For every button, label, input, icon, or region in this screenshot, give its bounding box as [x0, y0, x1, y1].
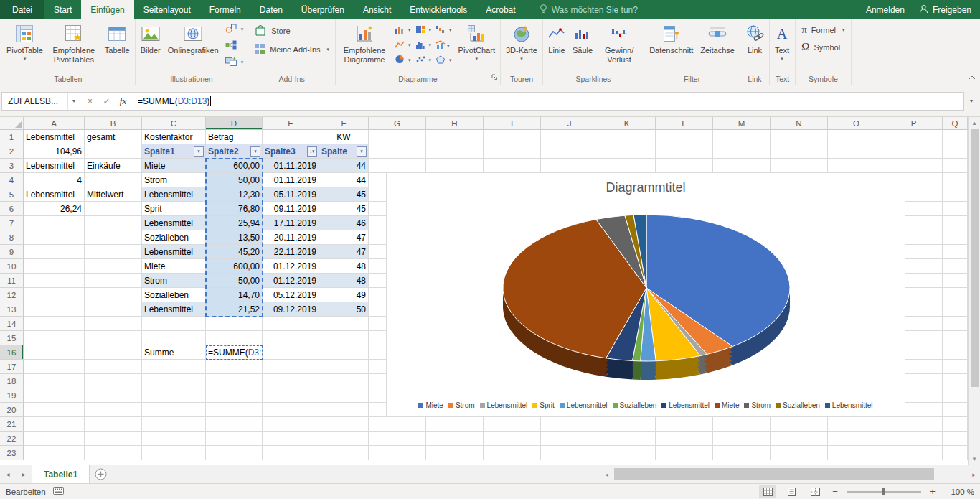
row-header-15[interactable]: 15: [0, 331, 24, 345]
cell-B21[interactable]: [85, 417, 142, 432]
cell-Q23[interactable]: [943, 446, 968, 460]
cell-B15[interactable]: [85, 331, 142, 345]
cell-B12[interactable]: [85, 288, 142, 302]
cell-M2[interactable]: [713, 144, 771, 159]
cell-Q18[interactable]: [943, 374, 968, 388]
cell-L21[interactable]: [656, 417, 713, 432]
cell-D20[interactable]: [206, 403, 263, 417]
cell-A2[interactable]: 104,96: [24, 144, 85, 159]
cell-B8[interactable]: [85, 230, 142, 245]
cell-C2[interactable]: Spalte1▾: [142, 144, 206, 159]
table-button[interactable]: Tabelle: [101, 20, 133, 74]
insert-waterfall-chart-button[interactable]: ▾: [435, 24, 453, 37]
cell-N23[interactable]: [771, 446, 828, 460]
screenshot-button[interactable]: ▾: [223, 55, 246, 70]
cell-E14[interactable]: [263, 317, 319, 331]
cell-Q15[interactable]: [943, 331, 968, 345]
cell-H2[interactable]: [426, 144, 484, 159]
cell-F5[interactable]: 45: [319, 187, 369, 202]
cell-C21[interactable]: [142, 417, 206, 432]
filter-dropdown-D2[interactable]: ▾: [250, 146, 260, 157]
cell-A12[interactable]: [24, 288, 85, 302]
cell-F4[interactable]: 44: [319, 173, 369, 187]
insert-scatter-chart-button[interactable]: ▾: [415, 54, 433, 67]
cell-B4[interactable]: [85, 173, 142, 187]
cell-E4[interactable]: 01.11.2019: [263, 173, 319, 187]
cell-N1[interactable]: [771, 130, 828, 144]
cell-K21[interactable]: [598, 417, 656, 432]
cell-M1[interactable]: [713, 130, 771, 144]
cell-A10[interactable]: [24, 259, 85, 274]
online-pictures-button[interactable]: Onlinegrafiken: [164, 20, 222, 74]
cell-Q20[interactable]: [943, 403, 968, 417]
cell-H1[interactable]: [426, 130, 484, 144]
cell-P1[interactable]: [885, 130, 943, 144]
cell-I21[interactable]: [484, 417, 541, 432]
cell-F9[interactable]: 47: [319, 245, 369, 259]
slicer-button[interactable]: Datenschnitt: [646, 20, 697, 74]
scroll-left-icon[interactable]: ◂: [600, 471, 613, 478]
insert-hierarchy-chart-button[interactable]: ▾: [415, 24, 433, 37]
row-header-13[interactable]: 13: [0, 302, 24, 317]
normal-view-button[interactable]: [759, 485, 776, 498]
cell-J22[interactable]: [541, 432, 598, 446]
legend-item-1-miete[interactable]: Miete: [418, 401, 443, 409]
cell-C4[interactable]: Strom: [142, 173, 206, 187]
column-header-M[interactable]: M: [713, 117, 771, 130]
cell-D9[interactable]: 45,20: [206, 245, 263, 259]
cell-A6[interactable]: 26,24: [24, 202, 85, 216]
row-header-22[interactable]: 22: [0, 432, 24, 446]
row-header-9[interactable]: 9: [0, 245, 24, 259]
cell-D13[interactable]: 21,52: [206, 302, 263, 317]
text-button[interactable]: A Text▾: [771, 20, 793, 74]
row-header-3[interactable]: 3: [0, 159, 24, 173]
cell-O3[interactable]: [828, 159, 885, 173]
cell-B2[interactable]: [85, 144, 142, 159]
tab-ansicht[interactable]: Ansicht: [354, 0, 400, 19]
cell-Q2[interactable]: [943, 144, 968, 159]
cell-Q10[interactable]: [943, 259, 968, 274]
cell-L23[interactable]: [656, 446, 713, 460]
page-layout-view-button[interactable]: [783, 485, 800, 498]
cell-J21[interactable]: [541, 417, 598, 432]
cell-G1[interactable]: [369, 130, 426, 144]
insert-function-button[interactable]: fx: [115, 95, 131, 107]
sheet-nav-left-icon[interactable]: ◂: [0, 465, 16, 483]
row-header-16[interactable]: 16: [0, 345, 24, 360]
column-header-C[interactable]: C: [142, 117, 206, 130]
cell-F21[interactable]: [319, 417, 369, 432]
sheet-nav-right-icon[interactable]: ▸: [16, 465, 32, 483]
tab-formeln[interactable]: Formeln: [200, 0, 250, 19]
cell-B6[interactable]: [85, 202, 142, 216]
cell-B18[interactable]: [85, 374, 142, 388]
cell-P23[interactable]: [885, 446, 943, 460]
row-header-21[interactable]: 21: [0, 417, 24, 432]
cell-Q21[interactable]: [943, 417, 968, 432]
cell-K3[interactable]: [598, 159, 656, 173]
insert-surface-chart-button[interactable]: ▾: [435, 54, 453, 67]
cell-Q6[interactable]: [943, 202, 968, 216]
cell-B17[interactable]: [85, 360, 142, 374]
cell-F18[interactable]: [319, 374, 369, 388]
signin-link[interactable]: Anmelden: [866, 5, 905, 15]
row-header-8[interactable]: 8: [0, 230, 24, 245]
cell-I23[interactable]: [484, 446, 541, 460]
cell-C19[interactable]: [142, 388, 206, 403]
cell-E2[interactable]: Spalte3↓▾: [263, 144, 319, 159]
cell-C15[interactable]: [142, 331, 206, 345]
cell-B3[interactable]: Einkäufe: [85, 159, 142, 173]
cell-F16[interactable]: [319, 345, 369, 360]
store-button[interactable]: Store: [250, 22, 333, 39]
pivotchart-button[interactable]: PivotChart▾: [455, 20, 499, 74]
cell-A22[interactable]: [24, 432, 85, 446]
cell-E1[interactable]: [263, 130, 319, 144]
cell-C14[interactable]: [142, 317, 206, 331]
cell-A16[interactable]: [24, 345, 85, 360]
row-header-12[interactable]: 12: [0, 288, 24, 302]
cell-E16[interactable]: [263, 345, 319, 360]
smartart-button[interactable]: [223, 39, 246, 53]
row-header-23[interactable]: 23: [0, 446, 24, 460]
cancel-icon[interactable]: ×: [82, 96, 98, 106]
cell-C6[interactable]: Sprit: [142, 202, 206, 216]
cell-N2[interactable]: [771, 144, 828, 159]
